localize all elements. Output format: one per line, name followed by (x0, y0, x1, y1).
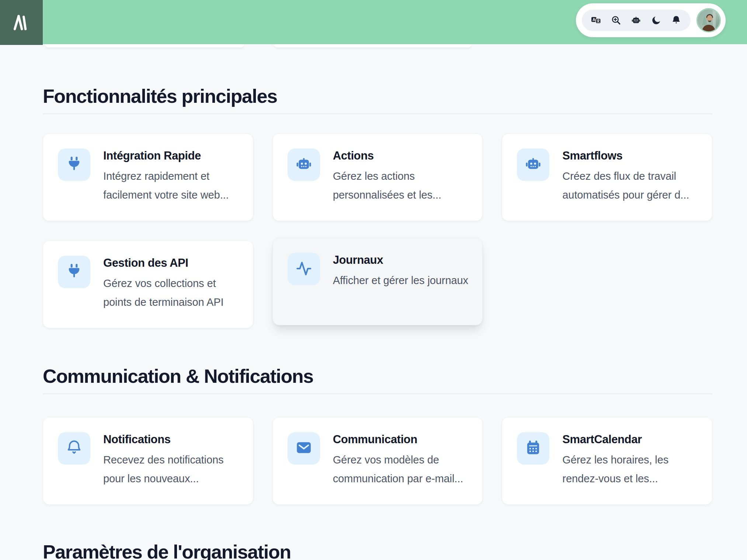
section-divider (43, 393, 712, 394)
card-description: Gérez vos modèles de communication par e… (333, 451, 469, 488)
card-title: Smartflows (562, 149, 699, 162)
section: Paramètres de l'organisation (43, 542, 712, 560)
card-icon-box (517, 432, 549, 465)
robot-assistant-icon[interactable] (630, 14, 642, 27)
card-description: Gérez les actions personnalisées et les.… (333, 167, 469, 204)
section-title: Paramètres de l'organisation (43, 542, 712, 560)
bell-outline-icon (66, 439, 83, 458)
robot-icon (295, 155, 312, 174)
calendar-icon (525, 439, 542, 458)
card-icon-box (58, 432, 90, 465)
app-header: A (0, 0, 747, 44)
svg-text:A: A (593, 17, 595, 22)
app-logo[interactable] (0, 0, 43, 45)
card-description: Gérez les horaires, les rendez-vous et l… (562, 451, 699, 488)
feature-card-notifications[interactable]: Notifications Recevez des notifications … (43, 417, 253, 505)
user-avatar[interactable] (696, 8, 721, 32)
card-description: Intégrez rapidement et facilement votre … (103, 167, 240, 204)
feature-card-actions[interactable]: Actions Gérez les actions personnalisées… (272, 133, 483, 221)
card-description: Recevez des notifications pour les nouve… (103, 451, 240, 488)
card-icon-box (288, 148, 320, 181)
card-description: Gérez vos collections et points de termi… (103, 274, 240, 312)
toolbar-icons: A (582, 10, 691, 31)
activity-icon (295, 260, 312, 278)
card-icon-box (58, 148, 90, 181)
feature-card-journaux[interactable]: Journaux Afficher et gérer les journaux (272, 238, 483, 325)
feature-card-smartcalendar[interactable]: SmartCalendar Gérez les horaires, les re… (502, 417, 712, 505)
notifications-bell-icon[interactable] (670, 14, 682, 27)
robot-icon (525, 155, 542, 174)
plug-icon (66, 155, 83, 174)
card-title: Communication (333, 433, 469, 446)
mail-icon (295, 439, 312, 458)
section-divider (43, 113, 712, 114)
header-toolbar: A (576, 3, 726, 37)
section: Fonctionnalités principales Intégration … (43, 86, 712, 328)
card-title: Actions (333, 149, 469, 162)
card-grid: Intégration Rapide Intégrez rapidement e… (43, 133, 712, 328)
translate-icon[interactable]: A (590, 14, 602, 27)
card-description: Créez des flux de travail automatisés po… (562, 167, 699, 204)
card-icon-box (288, 253, 320, 285)
scrolled-card-edge[interactable] (274, 44, 472, 48)
scrolled-card-edge[interactable] (45, 44, 244, 48)
card-title: Notifications (103, 433, 240, 446)
section-title: Fonctionnalités principales (43, 86, 712, 107)
a-mark-icon (10, 10, 33, 35)
card-icon-box (517, 148, 549, 181)
card-icon-box (58, 256, 90, 288)
card-grid: Notifications Recevez des notifications … (43, 417, 712, 505)
section-title: Communication & Notifications (43, 366, 712, 387)
dark-mode-moon-icon[interactable] (650, 14, 663, 27)
feature-card-communication[interactable]: Communication Gérez vos modèles de commu… (272, 417, 483, 505)
card-title: Gestion des API (103, 256, 240, 270)
main-content: Fonctionnalités principales Intégration … (0, 44, 747, 560)
feature-card-smartflows[interactable]: Smartflows Créez des flux de travail aut… (502, 133, 712, 221)
card-title: SmartCalendar (562, 433, 699, 446)
card-icon-box (288, 432, 320, 465)
section: Communication & Notifications Notificati… (43, 366, 712, 505)
feature-card-int-gration-rapide[interactable]: Intégration Rapide Intégrez rapidement e… (43, 133, 253, 221)
card-title: Intégration Rapide (103, 149, 240, 162)
card-description: Afficher et gérer les journaux (333, 271, 468, 290)
zoom-in-icon[interactable] (610, 14, 622, 27)
plug-icon (66, 263, 83, 281)
card-title: Journaux (333, 253, 468, 267)
feature-card-gestion-des-api[interactable]: Gestion des API Gérez vos collections et… (43, 241, 253, 328)
